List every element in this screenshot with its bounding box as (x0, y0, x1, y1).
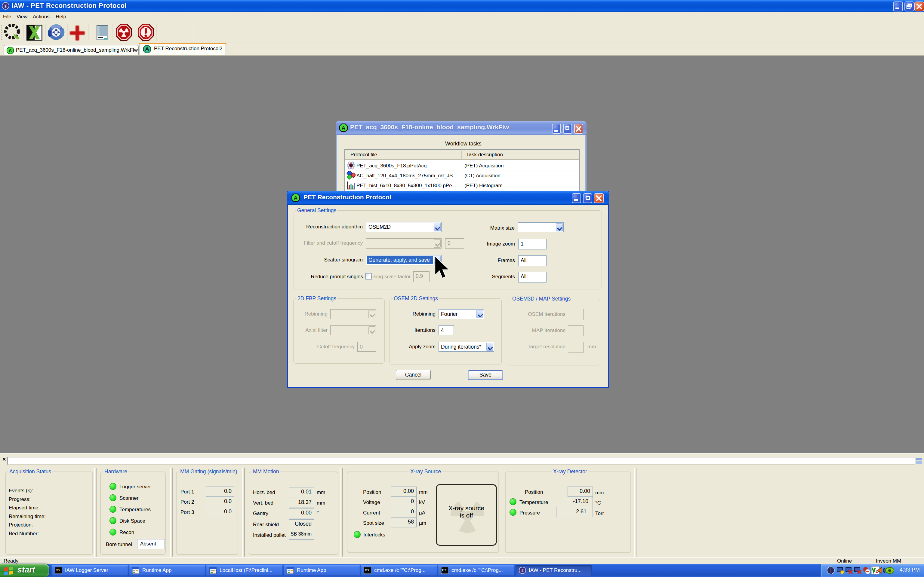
svg-text:2: 2 (5, 5, 6, 8)
svg-text:C:\: C:\ (56, 569, 60, 572)
svg-text:2: 2 (522, 569, 523, 572)
svg-text:A: A (342, 125, 345, 131)
svg-text:C:\: C:\ (442, 569, 446, 572)
svg-text:A: A (9, 48, 12, 53)
svg-text:C:\: C:\ (365, 569, 369, 572)
svg-text:A: A (294, 195, 297, 200)
